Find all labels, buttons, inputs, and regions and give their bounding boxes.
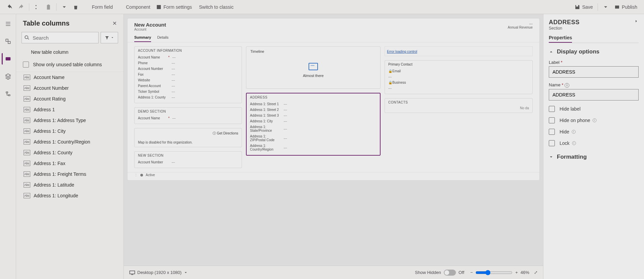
form-field[interactable]: Address 1: Street 1--- [250, 101, 377, 107]
search-input[interactable] [22, 32, 99, 43]
list-item[interactable]: AbcAddress 1: Longitude [16, 190, 123, 201]
table-columns-panel: Table columns ✕ New table column Show on… [16, 14, 124, 279]
switch-classic-button[interactable]: Switch to classic [194, 0, 236, 14]
form-field[interactable]: Address 1: ZIP/Postal Code--- [250, 133, 377, 143]
paste-dropdown[interactable] [59, 0, 70, 14]
section-map[interactable]: ⓘ Get Directions Map is disabled for thi… [134, 128, 242, 147]
form-field[interactable]: Account Name*--- [138, 54, 238, 60]
form-status-bar: ⋮ Active [128, 172, 539, 177]
list-item[interactable]: AbcAddress 1: Country/Region [16, 136, 123, 147]
device-selector[interactable]: Desktop (1920 x 1080) [129, 270, 188, 275]
header-value: --- [508, 22, 533, 26]
add-form-field-button[interactable]: Form field [81, 0, 115, 14]
list-item[interactable]: AbcAddress 1: Freight Terms [16, 169, 123, 180]
paste-button[interactable] [43, 0, 54, 14]
form-field[interactable]: Address 1: Country/Region--- [250, 143, 377, 152]
group-formatting[interactable]: Formatting [549, 154, 639, 160]
header-label: Annual Revenue [508, 26, 533, 29]
name-input[interactable] [549, 89, 639, 101]
section-new[interactable]: New Section Account Number--- [134, 151, 242, 168]
form-field[interactable]: Account Number--- [138, 159, 238, 165]
left-rail: Abc [0, 14, 16, 279]
list-item[interactable]: AbcAccount Name [16, 72, 123, 83]
hide-phone-checkbox[interactable]: Hide on phonei [549, 117, 639, 123]
top-toolbar: Form field Component Form settings Switc… [0, 0, 644, 14]
cut-button[interactable] [31, 0, 43, 14]
svg-text:i: i [573, 142, 574, 144]
filter-button[interactable] [101, 32, 118, 43]
section-timeline[interactable]: Timeline Almost there [246, 46, 381, 89]
hide-checkbox[interactable]: Hidei [549, 129, 639, 135]
form-field[interactable]: Address 1: County--- [138, 94, 238, 100]
redo-button[interactable] [15, 0, 27, 14]
zoom-level: 46% [521, 270, 529, 275]
form-settings-button[interactable]: Form settings [153, 0, 195, 14]
list-item[interactable]: AbcAddress 1: County [16, 147, 123, 158]
tab-details[interactable]: Details [157, 33, 169, 42]
lock-checkbox[interactable]: Locki [549, 140, 639, 146]
form-canvas: New Account Account --- Annual Revenue S… [124, 14, 543, 279]
form-field[interactable]: Account Name*--- [138, 115, 238, 121]
prop-title: ADDRESS [549, 19, 580, 26]
form-field[interactable]: Account Number--- [138, 66, 238, 72]
search-icon [24, 35, 30, 40]
property-panel: ADDRESS Section Properties Display optio… [543, 14, 644, 279]
components-icon[interactable] [2, 36, 14, 47]
show-hidden-toggle[interactable] [444, 270, 456, 276]
form-field[interactable]: Phone--- [138, 60, 238, 66]
form-field[interactable]: Fax--- [138, 72, 238, 77]
table-columns-icon[interactable]: Abc [2, 53, 13, 65]
list-item[interactable]: AbcAddress 1 [16, 104, 123, 115]
form-field[interactable]: Address 1: Street 2--- [250, 107, 377, 113]
zoom-slider[interactable] [475, 270, 512, 275]
form-field[interactable]: Address 1: State/Province--- [250, 124, 377, 133]
close-icon[interactable]: ✕ [112, 20, 117, 27]
form-field[interactable]: Address 1: City--- [250, 118, 377, 124]
canvas-footer: Desktop (1920 x 1080) Show Hidden Off − … [124, 266, 543, 279]
section-account-info[interactable]: ACCOUNT INFORMATION Account Name*---Phon… [134, 46, 242, 103]
contacts-card[interactable]: CONTACTS No da [385, 98, 533, 113]
zoom-in[interactable]: + [515, 270, 518, 275]
section-demo[interactable]: Demo Section Account Name*--- [134, 107, 242, 124]
form-subtitle: Account [134, 28, 166, 31]
menu-icon[interactable] [2, 18, 14, 30]
column-list[interactable]: AbcAccount NameAbcAccount NumberAbcAccou… [16, 72, 123, 279]
list-item[interactable]: AbcAddress 1: Latitude [16, 180, 123, 190]
form-field[interactable]: Parent Account--- [138, 83, 238, 89]
layers-icon[interactable] [2, 71, 14, 82]
chevron-right-icon[interactable] [634, 19, 639, 24]
delete-button[interactable] [70, 0, 81, 14]
fit-icon[interactable]: ⤢ [534, 270, 538, 275]
list-item[interactable]: AbcAddress 1: City [16, 126, 123, 136]
label-input[interactable] [549, 66, 639, 78]
list-item[interactable]: AbcAddress 1: Fax [16, 158, 123, 169]
save-dropdown[interactable] [600, 4, 611, 10]
svg-text:i: i [573, 130, 574, 133]
form-field[interactable]: Address 1: Street 3--- [250, 113, 377, 118]
undo-button[interactable] [4, 0, 15, 14]
tree-icon[interactable] [2, 88, 14, 99]
list-item[interactable]: AbcAddress 1: Address Type [16, 115, 123, 126]
svg-rect-2 [130, 271, 135, 274]
group-display-options[interactable]: Display options [549, 48, 639, 55]
new-table-column-button[interactable]: New table column [16, 45, 123, 59]
list-item[interactable]: AbcAccount Number [16, 83, 123, 93]
form-field[interactable]: Website--- [138, 77, 238, 83]
zoom-out[interactable]: − [470, 270, 473, 275]
error-link[interactable]: Error loading control [387, 50, 417, 53]
svg-text:i: i [594, 119, 595, 121]
section-address[interactable]: ADDRESS Address 1: Street 1---Address 1:… [246, 93, 381, 156]
add-component-button[interactable]: Component [115, 0, 153, 14]
show-unused-checkbox[interactable]: Show only unused table columns [16, 59, 123, 72]
tab-summary[interactable]: Summary [134, 33, 151, 42]
tab-properties[interactable]: Properties [549, 33, 572, 43]
hide-label-checkbox[interactable]: Hide label [549, 106, 639, 112]
timeline-icon [309, 63, 318, 70]
save-button[interactable]: Save [572, 4, 596, 10]
primary-contact-card[interactable]: Primary Contact 🔒 Email --- 🔒 Business -… [385, 60, 533, 94]
panel-title: Table columns [23, 19, 70, 27]
publish-button[interactable]: Publish [611, 4, 640, 10]
form-field[interactable]: Ticker Symbol--- [138, 89, 238, 94]
list-item[interactable]: AbcAccount Rating [16, 93, 123, 104]
svg-text:Abc: Abc [6, 58, 10, 60]
